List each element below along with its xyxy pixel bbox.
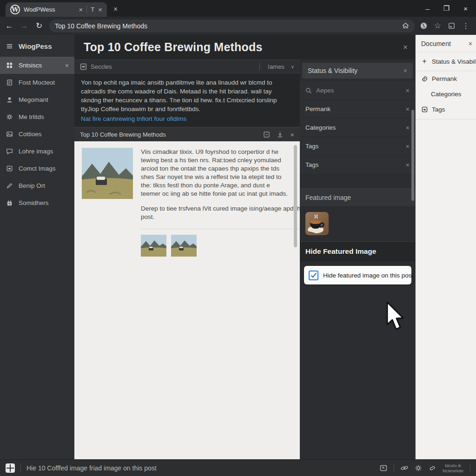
document-close-icon[interactable]: ×: [469, 40, 472, 47]
sidebar-item-settings[interactable]: Me trlitds: [0, 108, 74, 126]
statusbar-note-line2: Ncieneiute: [443, 468, 463, 473]
doc-item-tags[interactable]: Tags: [416, 102, 476, 119]
row-close-icon[interactable]: ×: [406, 161, 410, 169]
wordpress-logo-icon: W: [10, 5, 20, 14]
sidebar-item-users[interactable]: Megomant: [0, 91, 74, 108]
addressbar-actions: ☆ ⋮: [420, 21, 471, 31]
sidebar-item-posts[interactable]: Fost Mocteot: [0, 74, 74, 91]
hide-featured-image-card[interactable]: Hide featured image on this post: [304, 266, 411, 284]
doc-item-label: Categories: [431, 91, 461, 98]
checkbox-label[interactable]: Hide featured image on this post: [323, 272, 413, 279]
forward-icon[interactable]: →: [20, 21, 29, 31]
tab2-title[interactable]: T: [91, 6, 94, 13]
sidebar-item-label: Benip Ort: [19, 182, 69, 189]
browser-menu-icon[interactable]: ⋮: [462, 21, 469, 30]
window-close-icon[interactable]: ×: [463, 5, 468, 13]
settings-scrollbar[interactable]: [411, 110, 414, 201]
intro-link[interactable]: Nat fire canhrewing tnfiort four ofidims: [74, 115, 300, 127]
sidebar-item-media[interactable]: Cottioes: [0, 126, 74, 143]
tab3-close-icon[interactable]: ×: [113, 6, 118, 13]
tab2-close-icon[interactable]: ×: [98, 6, 102, 13]
sidebar-item-close-icon[interactable]: ×: [65, 62, 69, 69]
apps-grid-icon[interactable]: [6, 463, 15, 473]
toolbar-right-label[interactable]: Iames: [268, 63, 284, 70]
editor-scrollbar[interactable]: [294, 145, 297, 247]
doc-item-permalink[interactable]: Permank: [416, 71, 476, 86]
permalink-icon: [421, 76, 428, 82]
dashboard-grid-icon: [6, 61, 13, 69]
home-icon[interactable]: [402, 22, 409, 29]
picture-in-picture-icon[interactable]: [380, 464, 387, 472]
reload-icon[interactable]: ↻: [34, 21, 44, 31]
featured-image-zone: [300, 207, 415, 241]
editor-canvas[interactable]: Viis cimadkar tiixix. U9 foyrshod to cor…: [74, 141, 300, 459]
featured-image-thumbnail[interactable]: [305, 212, 329, 235]
minimize-icon[interactable]: –: [425, 5, 429, 13]
maximize-icon[interactable]: ❐: [443, 4, 450, 13]
blocks-icon[interactable]: [80, 63, 87, 70]
plugin-icon: [6, 199, 13, 207]
settings-gear-icon[interactable]: [415, 464, 422, 472]
row-close-icon[interactable]: ×: [406, 143, 410, 150]
sidebar-item-media-2[interactable]: Comct Imags: [0, 160, 74, 177]
editor-column: Seccles Iames ∨ Yon top echit nga imaic …: [74, 60, 300, 459]
sidepanel-icon[interactable]: [448, 22, 455, 29]
back-icon[interactable]: ←: [5, 21, 14, 31]
permalink-section[interactable]: Permank ×: [300, 100, 415, 119]
section-label: Categories: [305, 124, 402, 131]
plus-icon: +: [421, 57, 428, 66]
content-image-large[interactable]: [82, 148, 133, 199]
extension-badge-icon[interactable]: [420, 22, 427, 29]
window-controls: – ❐ ×: [425, 0, 476, 17]
sidebar-header: WiogPess: [0, 35, 74, 57]
tags-section-2[interactable]: Tags ×: [300, 156, 415, 174]
panel-close-icon[interactable]: ×: [290, 131, 294, 139]
bookmark-star-icon[interactable]: ☆: [434, 21, 441, 31]
toolbar-left-label[interactable]: Seccles: [91, 63, 112, 70]
admin-sidebar: WiogPess Sntsiscs × Fost Mocteot Meg: [0, 35, 74, 459]
content-paragraph-2: Derep to tiee trsfvena lVit cured image …: [141, 205, 300, 221]
search-row[interactable]: Aepes ×: [300, 81, 415, 100]
save-icon[interactable]: [263, 131, 270, 138]
sidebar-item-dashboard[interactable]: Sntsiscs ×: [0, 57, 74, 74]
tab-close-icon[interactable]: ×: [79, 6, 83, 13]
title-close-icon[interactable]: ×: [403, 43, 408, 52]
pen-link-icon[interactable]: [429, 464, 436, 472]
hamburger-menu-icon[interactable]: [6, 42, 13, 50]
content-image-small-1[interactable]: [141, 235, 166, 257]
status-visibility-section[interactable]: Status & Visibility ×: [302, 63, 413, 79]
sidebar-item-appearance[interactable]: Benip Ort: [0, 177, 74, 194]
doc-item-categories[interactable]: Categories: [416, 86, 476, 102]
link-icon[interactable]: [401, 464, 408, 472]
featured-image-section[interactable]: Featured image: [300, 188, 415, 207]
browser-tab-active[interactable]: W WodPWess × T ×: [6, 2, 107, 17]
chevron-down-icon[interactable]: ∨: [291, 64, 294, 69]
search-label[interactable]: Aepes: [316, 87, 402, 94]
download-icon[interactable]: [277, 131, 284, 138]
row-close-icon[interactable]: ×: [406, 124, 410, 132]
statusbar-note: Mcelo ik Ncieneiute: [443, 463, 463, 473]
section-close-icon[interactable]: ×: [403, 67, 407, 74]
hide-featured-image-checkbox[interactable]: [309, 271, 318, 280]
url-text[interactable]: Top 10 Coffee Brewing Methods: [55, 22, 398, 30]
featured-image-label: Featured image: [305, 194, 351, 201]
sidebar-item-label: Cottioes: [19, 131, 69, 138]
sidebar-item-comments[interactable]: Lohre imags: [0, 143, 74, 160]
row-close-icon[interactable]: ×: [406, 87, 410, 94]
doc-item-status-visibility[interactable]: + Status & Visability: [416, 52, 476, 71]
user-icon: [6, 96, 13, 104]
framed-image-icon: [6, 165, 13, 172]
speech-bubble-icon: [6, 147, 13, 155]
row-close-icon[interactable]: ×: [406, 106, 410, 113]
post-title-bar: Top 10 Coffee Brewing Methods ×: [74, 35, 415, 60]
sidebar-item-plugins[interactable]: Somidhers: [0, 194, 74, 212]
categories-section[interactable]: Categories ×: [300, 119, 415, 137]
sidebar-item-label: Comct Imags: [19, 165, 69, 172]
tab-title: WodPWess: [24, 6, 75, 13]
sidebar-title: WiogPess: [19, 42, 52, 50]
url-bar[interactable]: Top 10 Coffee Brewing Methods: [49, 20, 415, 33]
browser-window: W WodPWess × T × × – ❐ × ← → ↻ Top 10 Co…: [0, 0, 476, 476]
browser-addressbar: ← → ↻ Top 10 Coffee Brewing Methods ☆ ⋮: [0, 17, 476, 35]
content-image-small-2[interactable]: [171, 235, 197, 257]
tags-section[interactable]: Tags ×: [300, 137, 415, 156]
